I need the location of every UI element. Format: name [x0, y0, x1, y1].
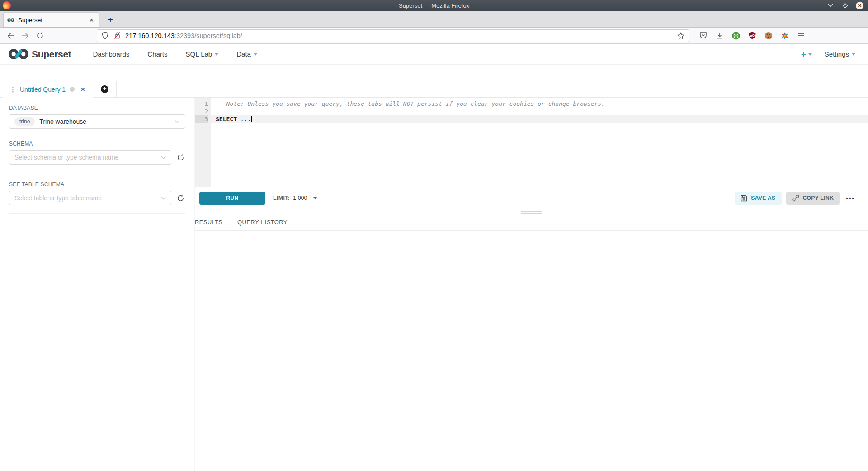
plus-icon: + — [801, 49, 806, 59]
schema-select-placeholder: Select schema or type schema name — [14, 154, 156, 161]
chevron-down-icon — [254, 53, 257, 56]
query-tabbar: ⋮ Untitled Query 1 ✕ + — [0, 81, 868, 98]
limit-label: LIMIT: — [273, 195, 290, 201]
forward-icon[interactable] — [19, 29, 32, 42]
refresh-tables-icon[interactable] — [175, 193, 185, 203]
schema-label: SCHEMA — [9, 141, 185, 147]
settings-label: Settings — [825, 50, 849, 58]
editor-code-area[interactable]: -- Note: Unless you save your query, the… — [211, 98, 868, 187]
sql-comment-line: -- Note: Unless you save your query, the… — [216, 100, 605, 107]
insecure-lock-icon[interactable] — [113, 31, 122, 40]
chevron-down-icon — [161, 156, 166, 159]
tab-query-history[interactable]: QUERY HISTORY — [237, 219, 288, 226]
sql-active-line: SELECT ... — [211, 115, 868, 123]
superset-logo[interactable]: Superset — [8, 48, 71, 60]
window-titlebar: Superset — Mozilla Firefox ✕ — [0, 0, 868, 11]
url-text: 217.160.120.143:32393/superset/sqllab/ — [125, 32, 673, 39]
brand-name: Superset — [32, 49, 71, 60]
url-host: 217.160.120.143 — [125, 32, 175, 39]
save-icon — [741, 195, 747, 202]
results-pane: RESULTS QUERY HISTORY — [195, 209, 868, 471]
sql-text: ... — [237, 116, 251, 122]
chevron-down-icon — [161, 197, 166, 200]
nav-sql-lab-label: SQL Lab — [186, 50, 212, 58]
query-tab-title: Untitled Query 1 — [20, 86, 66, 93]
add-tab-icon: + — [101, 85, 108, 93]
bookmark-star-icon[interactable] — [676, 31, 685, 40]
settings-menu[interactable]: Settings — [825, 50, 855, 58]
nav-data-label: Data — [236, 50, 251, 58]
window-title: Superset — Mozilla Firefox — [0, 2, 868, 9]
query-tab-close-icon[interactable]: ✕ — [79, 86, 85, 93]
shield-icon[interactable] — [101, 31, 109, 40]
sqllab-sidebar: DATABASE trino Trino warehouse SCHEMA Se… — [0, 98, 194, 471]
browser-tabstrip: Superset ✕ + — [0, 11, 868, 28]
editor-gutter: 1 2 3 — [195, 98, 211, 187]
nav-sql-lab[interactable]: SQL Lab — [177, 50, 228, 58]
sidebar-divider — [9, 213, 185, 214]
nav-charts[interactable]: Charts — [138, 50, 176, 58]
chevron-down-icon — [852, 53, 855, 56]
svg-text:uO: uO — [750, 34, 755, 37]
url-bar[interactable]: 217.160.120.143:32393/superset/sqllab/ — [97, 29, 689, 42]
schema-select[interactable]: Select schema or type schema name — [9, 150, 171, 165]
new-tab-button[interactable]: + — [104, 13, 117, 27]
chevron-down-icon — [175, 120, 180, 123]
reload-icon[interactable] — [33, 29, 46, 42]
minimize-button[interactable] — [827, 2, 834, 9]
url-path: :32393/superset/sqllab/ — [175, 32, 242, 39]
sidebar-divider — [9, 173, 185, 173]
tab-close-icon[interactable]: ✕ — [88, 17, 95, 24]
download-icon[interactable] — [715, 31, 724, 40]
maximize-button[interactable] — [841, 2, 849, 9]
add-query-tab[interactable]: + — [93, 81, 117, 98]
extension-colorful-icon[interactable] — [780, 31, 789, 40]
table-schema-label: SEE TABLE SCHEMA — [9, 181, 185, 188]
limit-value: 1 000 — [293, 195, 307, 201]
favicon-superset-icon — [7, 18, 14, 22]
pane-resize-handle-icon[interactable] — [521, 211, 542, 216]
query-tab-active[interactable]: ⋮ Untitled Query 1 ✕ — [3, 81, 93, 98]
copy-link-button[interactable]: COPY LINK — [786, 192, 840, 205]
nav-dashboards[interactable]: Dashboards — [84, 50, 138, 58]
hamburger-menu-icon[interactable] — [797, 31, 805, 40]
new-item-button[interactable]: + — [801, 49, 812, 59]
browser-tab[interactable]: Superset ✕ — [3, 12, 99, 27]
nav-dashboards-label: Dashboards — [93, 50, 129, 58]
run-button[interactable]: RUN — [199, 192, 265, 205]
line-number: 2 — [204, 108, 208, 115]
browser-toolbar: 217.160.120.143:32393/superset/sqllab/ u… — [0, 28, 868, 44]
pocket-icon[interactable] — [699, 31, 708, 40]
table-select[interactable]: Select table or type table name — [9, 191, 171, 205]
save-as-label: SAVE AS — [751, 195, 775, 201]
save-as-button[interactable]: SAVE AS — [735, 192, 781, 205]
drag-handle-icon[interactable]: ⋮ — [9, 85, 16, 94]
refresh-schemas-icon[interactable] — [175, 152, 185, 162]
sql-editor[interactable]: 1 2 3 -- Note: Unless you save your quer… — [195, 98, 868, 187]
link-icon — [792, 194, 799, 202]
copy-link-label: COPY LINK — [803, 195, 834, 201]
chevron-down-icon — [215, 53, 218, 56]
line-number-active: 3 — [195, 115, 208, 123]
superset-navbar: Superset Dashboards Charts SQL Lab Data … — [0, 44, 868, 65]
database-select[interactable]: trino Trino warehouse — [9, 114, 185, 129]
back-icon[interactable] — [5, 29, 17, 42]
sql-toolbar: RUN LIMIT: 1 000 SAVE AS COPY LINK — [195, 187, 868, 209]
ublock-shield-icon[interactable]: uO — [748, 31, 756, 40]
nav-data[interactable]: Data — [227, 50, 266, 58]
tab-results[interactable]: RESULTS — [195, 219, 222, 226]
line-number: 1 — [204, 100, 208, 107]
cookie-icon[interactable] — [764, 31, 773, 40]
table-select-placeholder: Select table or type table name — [14, 194, 156, 202]
nav-charts-label: Charts — [147, 50, 167, 58]
close-button[interactable]: ✕ — [856, 2, 863, 9]
database-label: DATABASE — [9, 105, 185, 111]
database-select-value: Trino warehouse — [39, 118, 170, 125]
extension-green-icon[interactable] — [731, 31, 740, 40]
chevron-down-icon — [808, 53, 812, 56]
text-cursor — [251, 116, 252, 122]
limit-dropdown[interactable]: LIMIT: 1 000 — [273, 195, 317, 201]
query-state-dot — [70, 87, 75, 92]
more-menu-icon[interactable]: ••• — [844, 194, 856, 202]
browser-tab-title: Superset — [18, 17, 85, 24]
